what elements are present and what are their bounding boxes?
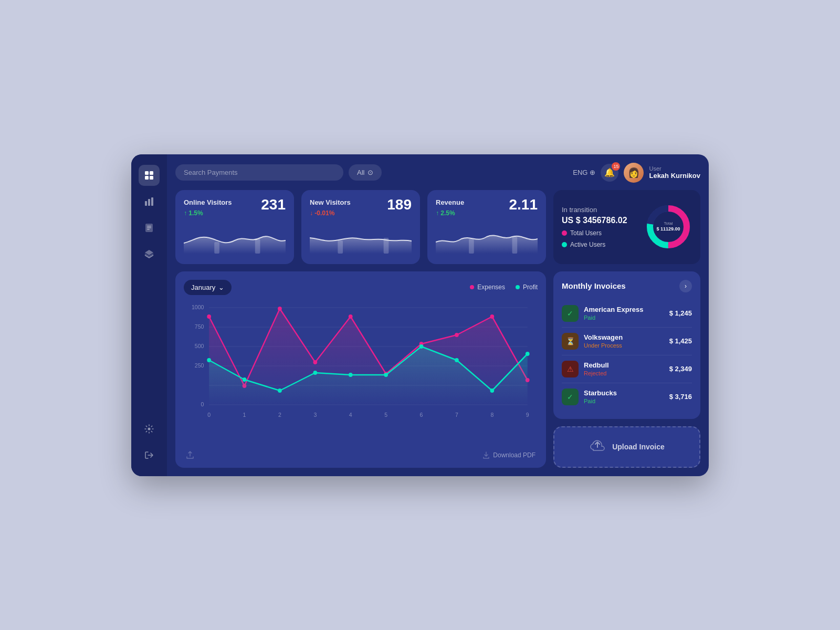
- transition-title: In transition: [562, 206, 636, 214]
- svg-rect-15: [384, 238, 389, 254]
- svg-point-54: [243, 377, 247, 382]
- filter-button[interactable]: All ⊙: [349, 164, 382, 181]
- svg-text:5: 5: [384, 411, 387, 417]
- month-dropdown[interactable]: January ⌄: [184, 280, 232, 295]
- starbucks-status: Paid: [584, 398, 664, 404]
- dashboard-wrapper: All ⊙ ENG ⊕ 🔔 15 👩 User Lekah Kurnikov: [131, 154, 709, 476]
- sidebar-icon-grid[interactable]: [139, 165, 160, 186]
- invoices-next-button[interactable]: ›: [679, 280, 692, 292]
- svg-rect-2: [145, 176, 149, 180]
- stat-card-new-visitors: 189 New Visitors ↓ -0.01%: [301, 190, 420, 264]
- chart-footer: Download PDF: [184, 451, 538, 459]
- svg-point-59: [419, 344, 424, 349]
- svg-text:3: 3: [313, 411, 317, 417]
- transition-info: In transition US $ 3456786.02 Total User…: [562, 206, 636, 248]
- revenue-number: 2.11: [509, 196, 538, 213]
- invoice-item-vw: ⏳ Volkswagen Under Process $ 1,425: [562, 328, 692, 355]
- online-visitors-chart: [184, 227, 286, 254]
- redbull-details: Redbull Rejected: [584, 361, 664, 376]
- svg-rect-4: [145, 201, 147, 206]
- chart-legend: Expenses Profit: [470, 284, 538, 291]
- donut-chart: Total $ 11129.00: [645, 203, 692, 250]
- svg-rect-9: [147, 227, 151, 228]
- svg-text:750: 750: [195, 323, 204, 329]
- vw-details: Volkswagen Under Process: [584, 333, 664, 349]
- svg-rect-0: [145, 171, 149, 175]
- upload-label: Upload Invoice: [612, 443, 665, 451]
- vw-status-icon: ⏳: [562, 333, 579, 350]
- redbull-status: Rejected: [584, 370, 664, 376]
- svg-text:2: 2: [278, 411, 281, 417]
- starbucks-amount: $ 3,716: [669, 393, 692, 401]
- vw-status: Under Process: [584, 342, 664, 349]
- new-visitors-number: 189: [387, 196, 412, 213]
- notification-button[interactable]: 🔔 15: [601, 164, 618, 182]
- download-pdf-button[interactable]: Download PDF: [482, 451, 536, 459]
- share-icon: [186, 451, 194, 459]
- notification-badge: 15: [612, 162, 620, 171]
- svg-rect-12: [214, 242, 219, 254]
- svg-rect-1: [150, 171, 153, 175]
- online-visitors-number: 231: [261, 196, 286, 213]
- sidebar: [131, 154, 167, 476]
- redbull-name: Redbull: [584, 361, 664, 369]
- svg-rect-16: [469, 239, 474, 254]
- right-panel: Monthly Invoices › ✓ American Express Pa…: [553, 271, 700, 468]
- svg-rect-13: [255, 239, 260, 254]
- invoice-item-starbucks: ✓ Starbucks Paid $ 3,716: [562, 383, 692, 411]
- starbucks-name: Starbucks: [584, 389, 664, 397]
- download-icon: [482, 452, 490, 459]
- sidebar-icon-bar-chart[interactable]: [139, 191, 160, 212]
- sidebar-icon-settings[interactable]: [139, 418, 160, 439]
- svg-rect-8: [147, 226, 151, 227]
- svg-rect-14: [338, 240, 343, 254]
- legend-expenses: Expenses: [470, 284, 505, 291]
- total-users-dot: [562, 230, 567, 236]
- legend-total-users: Total Users: [562, 229, 636, 237]
- search-input[interactable]: [175, 164, 343, 181]
- sidebar-icon-layers[interactable]: [139, 244, 160, 265]
- svg-text:6: 6: [420, 411, 423, 417]
- line-chart-area: 1000 750 500 250 0 0 1 2 3 4 5 6 7: [184, 302, 538, 446]
- svg-point-62: [526, 352, 530, 356]
- globe-icon: ⊕: [590, 169, 595, 176]
- invoice-item-redbull: ⚠ Redbull Rejected $ 2,349: [562, 355, 692, 383]
- svg-point-61: [490, 388, 494, 393]
- svg-point-58: [384, 373, 388, 377]
- stat-card-online-visitors: 231 Online Visitors ↑ 1.5%: [175, 190, 294, 264]
- svg-point-60: [455, 358, 459, 362]
- transition-amount: US $ 3456786.02: [562, 216, 636, 225]
- expenses-dot: [470, 285, 474, 289]
- language-selector[interactable]: ENG ⊕: [573, 169, 595, 176]
- new-visitors-chart: [310, 227, 412, 254]
- svg-rect-3: [150, 176, 153, 180]
- revenue-chart: [436, 227, 538, 254]
- amex-details: American Express Paid: [584, 306, 664, 321]
- svg-point-55: [278, 388, 282, 393]
- svg-point-53: [207, 358, 211, 362]
- profit-dot: [516, 285, 520, 289]
- amex-name: American Express: [584, 306, 664, 313]
- svg-point-51: [490, 314, 494, 319]
- legend-active-users: Active Users: [562, 241, 636, 248]
- donut-total-label: Total $ 11129.00: [656, 221, 680, 233]
- svg-point-56: [313, 371, 317, 375]
- vw-name: Volkswagen: [584, 333, 664, 341]
- chart-panel: January ⌄ Expenses Profit: [175, 271, 546, 468]
- user-info: 👩 User Lekah Kurnikov: [624, 163, 700, 183]
- filter-chevron-icon: ⊙: [368, 169, 373, 176]
- svg-point-11: [148, 427, 151, 430]
- invoices-panel: Monthly Invoices › ✓ American Express Pa…: [553, 271, 700, 419]
- vw-amount: $ 1,425: [669, 337, 692, 345]
- svg-rect-6: [151, 197, 153, 206]
- sidebar-icon-logout[interactable]: [139, 445, 160, 466]
- sidebar-icon-doc-chart[interactable]: [139, 217, 160, 238]
- svg-text:1: 1: [243, 411, 246, 417]
- user-text: User Lekah Kurnikov: [649, 165, 700, 180]
- upload-invoice-button[interactable]: Upload Invoice: [553, 426, 700, 468]
- svg-point-50: [455, 333, 459, 337]
- invoice-item-amex: ✓ American Express Paid $ 1,245: [562, 300, 692, 328]
- svg-point-46: [313, 360, 317, 364]
- amex-status: Paid: [584, 314, 664, 321]
- share-button[interactable]: [186, 451, 194, 459]
